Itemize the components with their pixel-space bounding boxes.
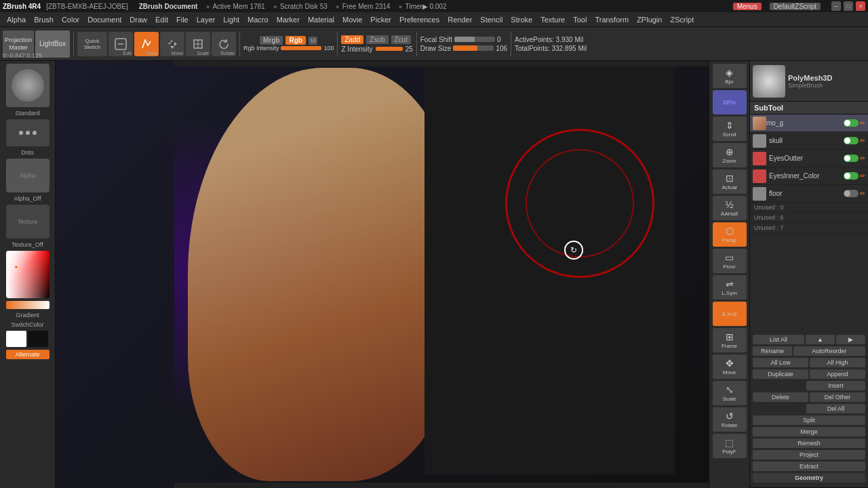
subtool-item-floor[interactable]: floor ✏ [750, 185, 868, 203]
subtool-visibility-eyesoutter[interactable] [844, 155, 859, 162]
rgb-intensity-bar[interactable] [281, 46, 321, 50]
insert-button[interactable]: Insert [806, 381, 865, 390]
minimize-button[interactable]: ─ [831, 1, 841, 11]
maximize-button[interactable]: □ [844, 1, 853, 11]
all-low-button[interactable]: All Low [753, 358, 808, 367]
menu-item-tool[interactable]: Tool [569, 14, 591, 25]
draw-button[interactable]: Draw [134, 32, 159, 56]
subtool-visibility-floor[interactable] [844, 190, 859, 197]
menu-item-light[interactable]: Light [219, 14, 243, 25]
delete-button[interactable]: Delete [753, 392, 808, 402]
subtool-item-skull[interactable]: skull ✏ [750, 132, 868, 150]
aahalf-button[interactable]: ½ AAHalf [713, 196, 747, 220]
auto-reorder-button[interactable]: AutoReorder [793, 346, 865, 356]
geometry-button[interactable]: Geometry [753, 473, 865, 483]
menus-button[interactable]: Menus [733, 3, 762, 10]
menu-item-zplugin[interactable]: ZPlugin [633, 14, 666, 25]
zoom-button[interactable]: ⊕ Zoom [713, 143, 747, 167]
mrgb-button[interactable]: Mrgb [260, 36, 283, 45]
append-button[interactable]: Append [810, 369, 865, 379]
extract-button[interactable]: Extract [753, 462, 865, 471]
split-button[interactable]: Split [753, 415, 865, 425]
zcut-button[interactable]: Zcut [391, 35, 411, 44]
menu-item-macro[interactable]: Macro [243, 14, 273, 25]
color-picker[interactable] [6, 251, 50, 298]
draw-size-slider[interactable] [453, 45, 494, 51]
foreground-color-swatch[interactable] [6, 331, 26, 347]
scroll-button[interactable]: ⇕ Scroll [713, 117, 747, 141]
menu-item-preferences[interactable]: Preferences [395, 14, 443, 25]
rename-button[interactable]: Rename [753, 346, 792, 356]
move-rt-button[interactable]: ✥ Move [713, 354, 747, 379]
scale-rt-button[interactable]: ⤡ Scale [713, 381, 747, 405]
texture-preview[interactable]: Texture [6, 205, 50, 239]
brush-preview[interactable] [6, 64, 50, 107]
close-button[interactable]: ✕ [856, 1, 865, 11]
menu-item-color[interactable]: Color [58, 14, 83, 25]
actual-button[interactable]: ⊡ Actual [713, 169, 747, 194]
duplicate-button[interactable]: Duplicate [753, 369, 808, 379]
move-button[interactable]: Move [160, 32, 184, 56]
menu-item-alpha[interactable]: Alpha [3, 14, 30, 25]
spix-button[interactable]: SPix [713, 90, 747, 115]
subtool-list[interactable]: mo_g ✏ skull ✏ EyesOutter ✏ EyesInn [750, 115, 868, 332]
zsub-button[interactable]: Zsub [366, 35, 388, 44]
alternate-button[interactable]: Alternate [6, 350, 50, 359]
z-intensity-bar[interactable] [376, 47, 403, 51]
sxyz-button[interactable]: S.X>Z [713, 302, 747, 326]
canvas-area[interactable]: ↻ [56, 61, 709, 488]
persp-button[interactable]: ⬡ Persp [713, 222, 747, 247]
up-arrow-button[interactable]: ▲ [806, 335, 835, 344]
menu-item-brush[interactable]: Brush [30, 14, 58, 25]
menu-item-layer[interactable]: Layer [193, 14, 220, 25]
edit-button[interactable]: Edit [108, 32, 133, 56]
lsym-button[interactable]: ⇌ L.Sym [713, 275, 747, 300]
menu-item-material[interactable]: Material [304, 14, 338, 25]
frame-button[interactable]: ⊞ Frame [713, 328, 747, 352]
menu-item-edit[interactable]: Edit [151, 14, 172, 25]
subtool-item-mo-g[interactable]: mo_g ✏ [750, 115, 868, 132]
right-arrow-button[interactable]: ▶ [836, 335, 865, 344]
all-high-button[interactable]: All High [810, 358, 865, 367]
subtool-visibility-eyesinner[interactable] [844, 172, 859, 180]
menu-item-stencil[interactable]: Stencil [476, 14, 507, 25]
gradient-bar[interactable] [6, 301, 50, 309]
menu-item-zscript[interactable]: ZScript [666, 14, 698, 25]
menu-item-file[interactable]: File [172, 14, 193, 25]
m-badge[interactable]: M [309, 37, 318, 45]
project-button[interactable]: Project [753, 450, 865, 460]
quick-sketch-button[interactable]: Quick Sketch [77, 32, 107, 56]
del-all-button[interactable]: Del All [806, 404, 865, 413]
dots-preview[interactable] [6, 119, 50, 146]
simple-brush-thumbnail[interactable] [753, 65, 785, 98]
focal-shift-slider[interactable] [454, 37, 495, 42]
menu-item-movie[interactable]: Movie [338, 14, 366, 25]
scale-button[interactable]: Scale [186, 32, 210, 56]
menu-item-document[interactable]: Document [83, 14, 125, 25]
menu-item-transform[interactable]: Transform [591, 14, 633, 25]
subtool-item-eyesoutter[interactable]: EyesOutter ✏ [750, 150, 868, 167]
subtool-visibility-skull[interactable] [844, 137, 859, 144]
menu-item-draw[interactable]: Draw [125, 14, 151, 25]
list-all-button[interactable]: List All [753, 335, 804, 344]
bpr-button[interactable]: ◈ Bpr [713, 64, 747, 88]
remesh-button[interactable]: Remesh [753, 439, 865, 448]
floor-button[interactable]: ▭ Floor [713, 249, 747, 273]
polyf-button[interactable]: ⬚ PolyF [713, 434, 747, 458]
alpha-preview[interactable]: Alpha [6, 159, 50, 192]
menu-item-render[interactable]: Render [443, 14, 476, 25]
merge-button[interactable]: Merge [753, 427, 865, 436]
zadd-button[interactable]: Zadd [341, 35, 363, 44]
rotate-button[interactable]: Rotate [212, 32, 236, 56]
subtool-item-eyesinner[interactable]: EyesInner_Color ✏ [750, 167, 868, 185]
background-color-swatch[interactable] [28, 331, 48, 347]
rotate-rt-button[interactable]: ↺ Rotate [713, 407, 747, 432]
del-other-button[interactable]: Del Other [810, 392, 865, 402]
subtool-visibility-mo-g[interactable] [844, 119, 859, 127]
default-script-button[interactable]: DefaultZScript [770, 3, 821, 10]
menu-item-marker[interactable]: Marker [273, 14, 304, 25]
menu-item-stroke[interactable]: Stroke [507, 14, 536, 25]
rgb-button[interactable]: Rgb [285, 36, 305, 45]
menu-item-texture[interactable]: Texture [536, 14, 569, 25]
menu-item-picker[interactable]: Picker [366, 14, 395, 25]
